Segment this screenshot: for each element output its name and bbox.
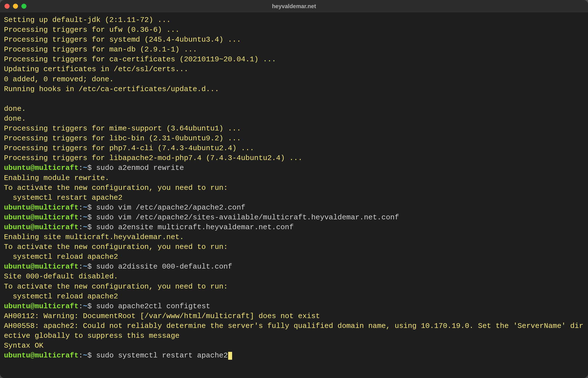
terminal-output-line [4,94,584,104]
prompt-dollar: $ [87,351,96,360]
command-text: sudo vim /etc/apache2/apache2.conf [96,203,246,212]
command-text: sudo apache2ctl configtest [96,302,210,310]
terminal-output-line: systemctl restart apache2 [4,193,584,203]
terminal-output-line: Processing triggers for mime-support (3.… [4,124,584,134]
traffic-lights [5,4,26,9]
terminal-output-line: Enabling site multicraft.heyvaldemar.net… [4,232,584,242]
terminal-output-line: Processing triggers for systemd (245.4-4… [4,35,584,45]
prompt-separator: : [78,302,83,310]
terminal-body[interactable]: Setting up default-jdk (2:1.11-72) ...Pr… [0,12,588,378]
prompt-separator: : [78,203,83,212]
minimize-icon[interactable] [13,4,18,9]
terminal-command-line: ubuntu@multicraft:~$ sudo apache2ctl con… [4,302,584,311]
close-icon[interactable] [5,4,10,9]
terminal-output-line: Updating certificates in /etc/ssl/certs.… [4,64,584,74]
prompt-path: ~ [83,203,87,212]
terminal-output-line: Setting up default-jdk (2:1.11-72) ... [4,15,584,25]
prompt-separator: : [78,223,83,231]
prompt-separator: : [78,213,83,222]
prompt-dollar: $ [87,302,96,310]
prompt-user-host: ubuntu@multicraft [4,213,78,222]
terminal-output-line: Processing triggers for libapache2-mod-p… [4,153,584,163]
maximize-icon[interactable] [21,4,26,9]
terminal-output-line: To activate the new configuration, you n… [4,183,584,193]
terminal-output-line: Running hooks in /etc/ca-certificates/up… [4,84,584,94]
prompt-user-host: ubuntu@multicraft [4,223,78,231]
prompt-path: ~ [83,351,87,360]
prompt-user-host: ubuntu@multicraft [4,164,78,172]
prompt-user-host: ubuntu@multicraft [4,302,78,310]
prompt-separator: : [78,262,83,271]
prompt-separator: : [78,351,83,360]
terminal-command-line: ubuntu@multicraft:~$ sudo a2dissite 000-… [4,262,584,272]
prompt-path: ~ [83,262,87,271]
terminal-output-line: Processing triggers for php7.4-cli (7.4.… [4,143,584,153]
terminal-command-line: ubuntu@multicraft:~$ sudo systemctl rest… [4,351,584,361]
prompt-user-host: ubuntu@multicraft [4,203,78,212]
terminal-output-line: done. [4,104,584,114]
command-text: sudo a2enmod rewrite [96,164,184,172]
terminal-output-line: Processing triggers for ufw (0.36-6) ... [4,25,584,35]
window-title: heyvaldemar.net [0,3,588,10]
terminal-output-line: done. [4,114,584,124]
terminal-window: heyvaldemar.net Setting up default-jdk (… [0,0,588,378]
prompt-dollar: $ [87,223,96,231]
terminal-output-line: AH00112: Warning: DocumentRoot [/var/www… [4,311,584,321]
prompt-path: ~ [83,213,87,222]
terminal-output-line: systemctl reload apache2 [4,292,584,302]
command-text: sudo systemctl restart apache2 [96,351,228,360]
prompt-path: ~ [83,223,87,231]
prompt-user-host: ubuntu@multicraft [4,262,78,271]
terminal-output-line: Processing triggers for ca-certificates … [4,55,584,64]
terminal-output-line: Site 000-default disabled. [4,272,584,282]
terminal-output-line: Processing triggers for man-db (2.9.1-1)… [4,45,584,55]
prompt-dollar: $ [87,203,96,212]
terminal-command-line: ubuntu@multicraft:~$ sudo vim /etc/apach… [4,213,584,222]
terminal-output-line: systemctl reload apache2 [4,252,584,262]
command-text: sudo vim /etc/apache2/sites-available/mu… [96,213,399,222]
titlebar: heyvaldemar.net [0,0,588,12]
terminal-command-line: ubuntu@multicraft:~$ sudo a2ensite multi… [4,222,584,232]
terminal-output-line: Enabling module rewrite. [4,173,584,183]
terminal-command-line: ubuntu@multicraft:~$ sudo a2enmod rewrit… [4,163,584,173]
cursor-icon [228,352,232,360]
terminal-output-line: AH00558: apache2: Could not reliably det… [4,321,584,341]
prompt-path: ~ [83,302,87,310]
terminal-command-line: ubuntu@multicraft:~$ sudo vim /etc/apach… [4,203,584,213]
terminal-output-line: Processing triggers for libc-bin (2.31-0… [4,134,584,143]
terminal-output-line: 0 added, 0 removed; done. [4,75,584,84]
terminal-output-line: Syntax OK [4,341,584,351]
command-text: sudo a2ensite multicraft.heyvaldemar.net… [96,223,294,231]
prompt-dollar: $ [87,262,96,271]
terminal-output-line: To activate the new configuration, you n… [4,282,584,292]
command-text: sudo a2dissite 000-default.conf [96,262,232,271]
prompt-user-host: ubuntu@multicraft [4,351,78,360]
prompt-separator: : [78,164,83,172]
prompt-dollar: $ [87,164,96,172]
prompt-dollar: $ [87,213,96,222]
prompt-path: ~ [83,164,87,172]
terminal-output-line: To activate the new configuration, you n… [4,242,584,252]
